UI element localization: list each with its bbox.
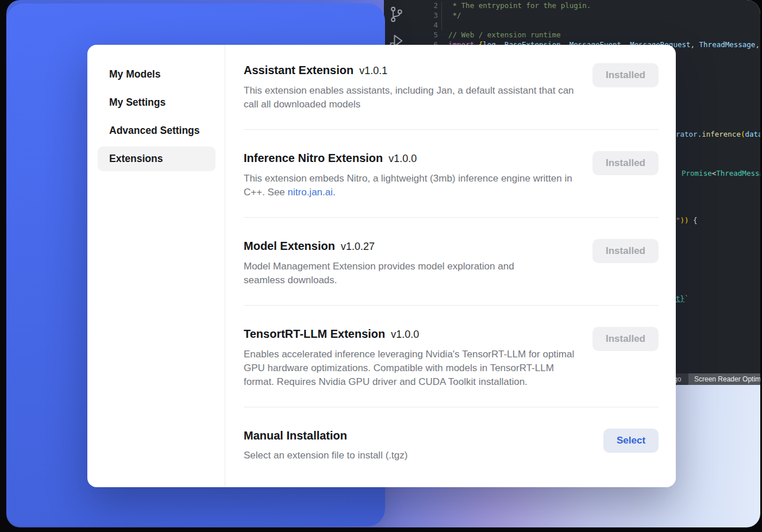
sidebar-item-advanced-settings[interactable]: Advanced Settings (98, 118, 215, 143)
extension-version: v1.0.0 (391, 329, 419, 340)
settings-modal: My Models My Settings Advanced Settings … (87, 45, 676, 487)
sidebar-item-extensions[interactable]: Extensions (98, 147, 215, 171)
extension-info: Inference Nitro Extensionv1.0.0 This ext… (244, 150, 578, 199)
code-fragment: rator.inference(data)); (676, 130, 760, 138)
line-number: 3 (409, 11, 445, 21)
extension-title: TensortRT-LLM Extensionv1.0.0 (244, 326, 578, 342)
manual-installation-title: Manual Installation (244, 427, 407, 444)
extension-info: Manual Installation Select an extension … (244, 427, 407, 462)
extension-row-assistant: Assistant Extensionv1.0.1 This extension… (244, 62, 659, 129)
code-line: 2 * The entrypoint for the plugin. (409, 1, 760, 11)
code-line: 3 */ (409, 11, 760, 21)
extension-description: This extension enables assistants, inclu… (244, 84, 578, 111)
extension-title: Model Extensionv1.0.27 (244, 238, 551, 255)
extension-description: Model Management Extension provides mode… (244, 260, 551, 287)
extension-row-nitro: Inference Nitro Extensionv1.0.0 This ext… (244, 129, 659, 217)
line-number: 5 (409, 30, 445, 40)
installed-button-assistant[interactable]: Installed (592, 63, 659, 87)
extension-row-tensorrt: TensortRT-LLM Extensionv1.0.0 Enables ac… (244, 305, 659, 407)
extension-title: Inference Nitro Extensionv1.0.0 (244, 150, 578, 167)
extension-description: This extension embeds Nitro, a lightweig… (244, 172, 578, 199)
extension-version: v1.0.0 (388, 153, 417, 164)
desktop-screen: 2 * The entrypoint for the plugin. 3 */ … (6, 0, 760, 527)
installed-button-tensorrt[interactable]: Installed (592, 327, 659, 351)
nitro-jan-ai-link[interactable]: nitro.jan.ai. (288, 187, 336, 198)
code-area: 2 * The entrypoint for the plugin. 3 */ … (409, 1, 760, 50)
settings-sidebar: My Models My Settings Advanced Settings … (87, 45, 225, 487)
sidebar-item-my-models[interactable]: My Models (98, 62, 215, 87)
code-fragment: t}` (676, 294, 689, 303)
extension-info: TensortRT-LLM Extensionv1.0.0 Enables ac… (244, 326, 578, 389)
extension-title: Assistant Extensionv1.0.1 (244, 62, 578, 79)
sidebar-item-my-settings[interactable]: My Settings (98, 90, 215, 115)
code-fragment: ")) { (676, 216, 698, 225)
code-line: 4 (409, 21, 760, 30)
extension-info: Model Extensionv1.0.27 Model Management … (244, 238, 551, 287)
extensions-panel: Assistant Extensionv1.0.1 This extension… (225, 45, 676, 487)
manual-installation-description: Select an extension file to install (.tg… (244, 449, 407, 462)
extension-version: v1.0.1 (359, 65, 387, 76)
extension-description: Enables accelerated inference leveraging… (244, 348, 578, 389)
screen-reader-notice[interactable]: Screen Reader Optimized (688, 373, 760, 385)
extension-version: v1.0.27 (341, 241, 375, 252)
extension-info: Assistant Extensionv1.0.1 This extension… (244, 62, 578, 111)
extension-row-model: Model Extensionv1.0.27 Model Management … (244, 217, 659, 305)
line-number: 4 (409, 21, 445, 30)
line-number: 2 (409, 1, 445, 11)
installed-button-nitro[interactable]: Installed (592, 151, 659, 175)
manual-installation-row: Manual Installation Select an extension … (244, 407, 659, 480)
select-file-button[interactable]: Select (603, 429, 659, 453)
code-fragment: Promise<ThreadMessage> (682, 169, 760, 178)
source-control-icon[interactable] (388, 6, 405, 23)
code-line: 5// Web / extension runtime (409, 30, 760, 40)
installed-button-model[interactable]: Installed (592, 239, 659, 263)
